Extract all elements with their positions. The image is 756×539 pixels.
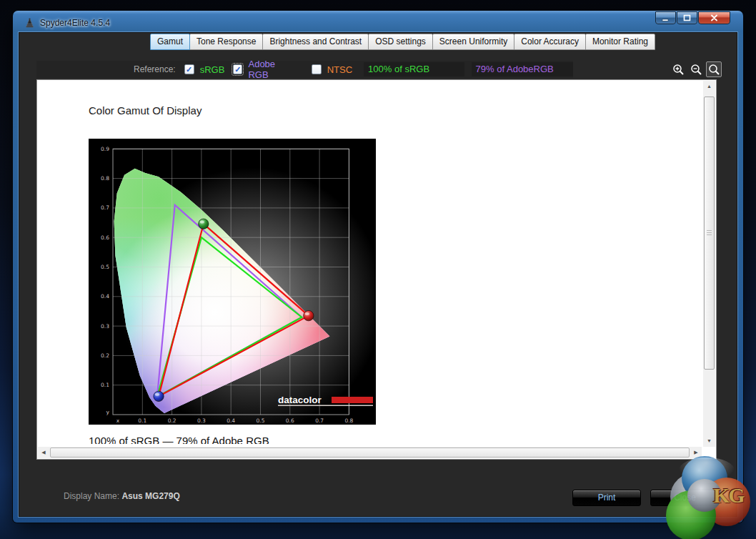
svg-text:0.1: 0.1 (138, 417, 146, 424)
scroll-left-arrow[interactable]: ◀ (38, 447, 49, 458)
tab-screen-uniformity[interactable]: Screen Uniformity (432, 34, 514, 50)
minimize-button[interactable] (655, 11, 676, 24)
svg-text:0.7: 0.7 (315, 417, 324, 424)
tab-color-accuracy[interactable]: Color Accuracy (514, 34, 586, 50)
scroll-up-arrow[interactable]: ▲ (703, 81, 715, 92)
window-title: Spyder4Elite 4.5.4 (40, 18, 110, 28)
reference-option-ntsc: NTSC (312, 64, 352, 75)
svg-text:0.4: 0.4 (227, 417, 235, 424)
svg-text:0.2: 0.2 (101, 352, 109, 359)
window-body: Gamut Tone Response Brightness and Contr… (19, 32, 737, 517)
svg-text:datacolor: datacolor (278, 395, 322, 405)
ntsc-checkbox[interactable] (312, 64, 322, 74)
maximize-button[interactable] (677, 11, 697, 24)
zoom-reset-button[interactable] (706, 61, 722, 77)
svg-text:0.5: 0.5 (101, 264, 109, 270)
zoom-out-button[interactable] (688, 61, 704, 77)
tab-bar: Gamut Tone Response Brightness and Contr… (151, 34, 655, 50)
zoom-out-icon (690, 64, 702, 76)
display-name-label: Display Name: (64, 491, 119, 501)
svg-text:0.8: 0.8 (344, 417, 353, 424)
display-name-value: Asus MG279Q (121, 491, 179, 501)
svg-text:0.1: 0.1 (101, 382, 109, 388)
desktop: { "window": { "title": "Spyder4Elite 4.5… (0, 0, 756, 539)
window-controls (655, 11, 730, 24)
adobe-rgb-checkbox-label[interactable]: Adobe RGB (248, 59, 294, 80)
watermark-kg-text: KG (713, 483, 744, 508)
tab-brightness-and-contrast[interactable]: Brightness and Contrast (262, 34, 369, 50)
application-window: Spyder4Elite 4.5.4 Gamut Tone Response B… (13, 11, 743, 523)
zoom-in-icon (672, 64, 685, 76)
gamut-chart: datacolor 0.10.20.30.40.50.60.70.80.10.2… (89, 139, 376, 425)
svg-text:0.2: 0.2 (168, 417, 176, 424)
tab-osd-settings[interactable]: OSD settings (368, 34, 433, 50)
adobe-rgb-checkbox[interactable]: ✓ (233, 64, 242, 74)
tab-gamut[interactable]: Gamut (150, 34, 190, 50)
app-icon (24, 18, 35, 29)
page-title: Color Gamut Of Display (89, 104, 202, 117)
vertical-scrollbar-thumb[interactable] (704, 97, 715, 370)
gamut-result-caption: 100% of sRGB — 79% of Adobe RGB (89, 434, 269, 444)
horizontal-scrollbar[interactable]: ◀ ▶ (38, 447, 702, 458)
watermark-gloss (679, 458, 735, 483)
reference-option-adobe-rgb: ✓ Adobe RGB (233, 59, 294, 80)
svg-text:0.9: 0.9 (101, 146, 109, 152)
zoom-toolbar (670, 61, 722, 77)
svg-text:0.4: 0.4 (101, 293, 109, 300)
tab-monitor-rating[interactable]: Monitor Rating (585, 34, 655, 50)
kitguru-watermark: KG (660, 455, 753, 539)
magnifier-icon (708, 64, 720, 76)
svg-text:0.8: 0.8 (101, 175, 109, 182)
srgb-checkbox-label[interactable]: sRGB (200, 64, 225, 75)
horizontal-scrollbar-thumb[interactable] (50, 447, 690, 458)
srgb-checkbox[interactable]: ✓ (184, 64, 194, 74)
svg-text:0.5: 0.5 (257, 417, 265, 424)
vertical-scrollbar[interactable]: ▲ ▼ (703, 81, 715, 447)
svg-text:0.6: 0.6 (101, 234, 109, 241)
close-window-button[interactable] (698, 11, 730, 24)
reference-bar: Reference: ✓ sRGB ✓ Adobe RGB NTSC 100% … (36, 61, 573, 78)
scroll-down-arrow[interactable]: ▼ (703, 435, 715, 447)
reference-option-srgb: ✓ sRGB (184, 64, 225, 75)
svg-text:y: y (106, 409, 110, 415)
zoom-in-button[interactable] (670, 61, 686, 77)
titlebar[interactable]: Spyder4Elite 4.5.4 (24, 15, 110, 31)
tab-tone-response[interactable]: Tone Response (189, 34, 263, 50)
ntsc-checkbox-label[interactable]: NTSC (327, 64, 352, 75)
svg-text:0.3: 0.3 (101, 323, 109, 330)
display-name: Display Name: Asus MG279Q (64, 491, 180, 501)
svg-text:0.3: 0.3 (197, 417, 206, 424)
svg-text:x: x (116, 417, 120, 424)
print-button[interactable]: Print (572, 490, 641, 506)
svg-text:0.7: 0.7 (101, 204, 109, 211)
adobergb-coverage-stat: 79% of AdobeRGB (472, 62, 573, 76)
reference-label: Reference: (134, 64, 176, 74)
content-scroll-area: Color Gamut Of Display (36, 79, 717, 460)
svg-text:0.6: 0.6 (286, 417, 294, 424)
srgb-coverage-stat: 100% of sRGB (364, 62, 464, 76)
